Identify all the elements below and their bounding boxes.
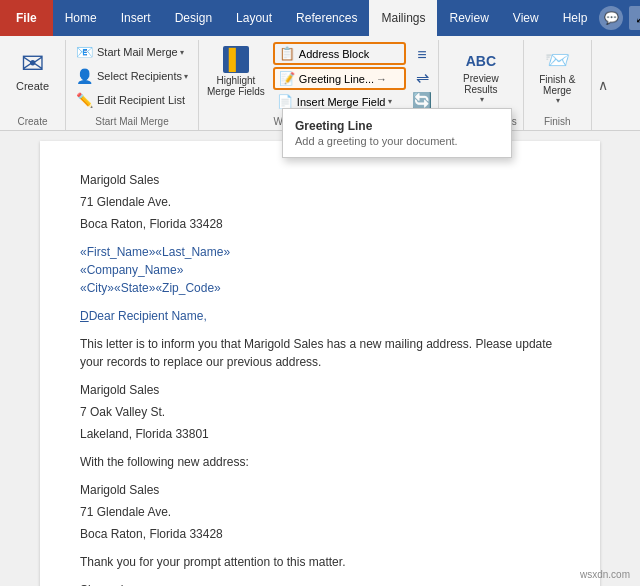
- envelope-icon: ✉: [21, 50, 44, 78]
- insert-merge-field-icon: 📄: [277, 94, 293, 109]
- start-mail-merge-caret: ▾: [180, 48, 184, 57]
- preview-results-icon: ABC: [466, 48, 496, 71]
- ribbon-tabs: File Home Insert Design Layout Reference…: [0, 0, 640, 36]
- finish-icon: 📨: [545, 48, 570, 72]
- greeting-line-text: DDear Recipient Name,: [80, 307, 560, 325]
- thank-you-block: Thank you for your prompt attention to t…: [80, 553, 560, 571]
- new-address-text: With the following new address:: [80, 453, 560, 471]
- start-mail-merge-label: Start Mail Merge: [97, 46, 178, 58]
- greeting-text-rest: Dear Recipient Name,: [89, 309, 207, 323]
- highlight-icon: ▌: [223, 46, 249, 73]
- address-block-icon: 📋: [279, 46, 295, 61]
- address-block-label: Address Block: [299, 48, 369, 60]
- sender-block: Marigold Sales 71 Glendale Ave. Boca Rat…: [80, 171, 560, 233]
- edit-recipient-label: Edit Recipient List: [97, 94, 185, 106]
- finish-merge-label: Finish & Merge: [539, 74, 575, 96]
- sender-address: 71 Glendale Ave.: [80, 193, 560, 211]
- ribbon-group-create: ✉ Create Create: [0, 40, 66, 130]
- dropdown-description: Add a greeting to your document.: [295, 135, 499, 147]
- comment-icon[interactable]: 💬: [599, 6, 623, 30]
- greeting-line-icon: 📝: [279, 71, 295, 86]
- match-fields-button[interactable]: ⇌: [416, 68, 429, 87]
- sender-company: Marigold Sales: [80, 171, 560, 189]
- create-button[interactable]: ✉ Create: [6, 42, 59, 100]
- finish-caret: ▾: [556, 96, 560, 105]
- edit-recipient-icon: ✏️: [76, 92, 93, 108]
- finish-group-label: Finish: [530, 114, 585, 130]
- highlight-merge-fields-button[interactable]: ▌ Highlight Merge Fields: [203, 42, 269, 101]
- preview-results-button[interactable]: ABC Preview Results ▾: [453, 42, 508, 110]
- tab-help[interactable]: Help: [551, 0, 600, 36]
- tab-file[interactable]: File: [0, 0, 53, 36]
- select-recipients-label: Select Recipients: [97, 70, 182, 82]
- new-address-intro: With the following new address:: [80, 453, 560, 471]
- greeting-line-arrow: →: [376, 73, 387, 85]
- address-block-button[interactable]: 📋 Address Block: [273, 42, 406, 65]
- select-recipients-caret: ▾: [184, 72, 188, 81]
- ribbon-group-finish: 📨 Finish & Merge ▾ Finish: [524, 40, 592, 130]
- merge-city-state-zip: «City»«State»«Zip_Code»: [80, 279, 560, 297]
- greeting-block: DDear Recipient Name,: [80, 307, 560, 325]
- document-area: Marigold Sales 71 Glendale Ave. Boca Rat…: [0, 131, 640, 586]
- tab-mailings[interactable]: Mailings: [369, 0, 437, 36]
- create-label: Create: [16, 80, 49, 92]
- ribbon-wrapper: File Home Insert Design Layout Reference…: [0, 0, 640, 131]
- create-group-label: Create: [6, 114, 59, 130]
- new-street: 71 Glendale Ave.: [80, 503, 560, 521]
- body-text-1: This letter is to inform you that Marigo…: [80, 335, 560, 371]
- tab-insert[interactable]: Insert: [109, 0, 163, 36]
- select-recipients-icon: 👤: [76, 68, 93, 84]
- sender-city: Boca Raton, Florida 33428: [80, 215, 560, 233]
- ribbon-group-start-mail-merge: 📧 Start Mail Merge ▾ 👤 Select Recipients…: [66, 40, 199, 130]
- greeting-line-label: Greeting Line...: [299, 73, 374, 85]
- preview-caret: ▾: [480, 95, 484, 104]
- old-company: Marigold Sales: [80, 381, 560, 399]
- collapse-icon: ∧: [598, 77, 608, 93]
- tab-design[interactable]: Design: [163, 0, 224, 36]
- restore-icon[interactable]: ⤢: [629, 6, 640, 30]
- rules-button[interactable]: ≡: [417, 46, 426, 64]
- merge-name: «First_Name»«Last_Name»: [80, 243, 560, 261]
- old-address-block: Marigold Sales 7 Oak Valley St. Lakeland…: [80, 381, 560, 443]
- new-city: Boca Raton, Florida 33428: [80, 525, 560, 543]
- start-mail-merge-icon: 📧: [76, 44, 93, 60]
- highlight-label: Highlight Merge Fields: [207, 75, 265, 97]
- dropdown-title: Greeting Line: [295, 119, 499, 133]
- body-paragraph-1: This letter is to inform you that Marigo…: [80, 335, 560, 371]
- tab-layout[interactable]: Layout: [224, 0, 284, 36]
- start-mail-merge-button[interactable]: 📧 Start Mail Merge ▾: [72, 42, 192, 62]
- tab-home[interactable]: Home: [53, 0, 109, 36]
- preview-results-label: Preview Results: [463, 73, 499, 95]
- old-city: Lakeland, Florida 33801: [80, 425, 560, 443]
- collapse-ribbon-button[interactable]: ∧: [592, 40, 614, 130]
- finish-merge-button[interactable]: 📨 Finish & Merge ▾: [530, 42, 585, 111]
- insert-merge-field-label: Insert Merge Field: [297, 96, 386, 108]
- select-recipients-button[interactable]: 👤 Select Recipients ▾: [72, 66, 192, 86]
- new-company: Marigold Sales: [80, 481, 560, 499]
- new-address-block: Marigold Sales 71 Glendale Ave. Boca Rat…: [80, 481, 560, 543]
- merge-company: «Company_Name»: [80, 261, 560, 279]
- tab-view[interactable]: View: [501, 0, 551, 36]
- start-mail-merge-group-label: Start Mail Merge: [72, 114, 192, 130]
- sincerely-text: Sincerely,: [80, 581, 560, 586]
- merge-fields-block: «First_Name»«Last_Name» «Company_Name» «…: [80, 243, 560, 297]
- watermark: wsxdn.com: [580, 569, 630, 580]
- old-street: 7 Oak Valley St.: [80, 403, 560, 421]
- greeting-line-button[interactable]: 📝 Greeting Line... →: [273, 67, 406, 90]
- insert-merge-field-caret: ▾: [388, 97, 392, 106]
- thank-you-text: Thank you for your prompt attention to t…: [80, 553, 560, 571]
- greeting-line-dropdown: Greeting Line Add a greeting to your doc…: [282, 108, 512, 158]
- tab-review[interactable]: Review: [437, 0, 500, 36]
- tab-references[interactable]: References: [284, 0, 369, 36]
- edit-recipient-list-button[interactable]: ✏️ Edit Recipient List: [72, 90, 192, 110]
- closing-block: Sincerely,: [80, 581, 560, 586]
- dropdown-greeting-line-item[interactable]: Greeting Line Add a greeting to your doc…: [283, 113, 511, 153]
- greeting-D: D: [80, 309, 89, 323]
- document-page: Marigold Sales 71 Glendale Ave. Boca Rat…: [40, 141, 600, 586]
